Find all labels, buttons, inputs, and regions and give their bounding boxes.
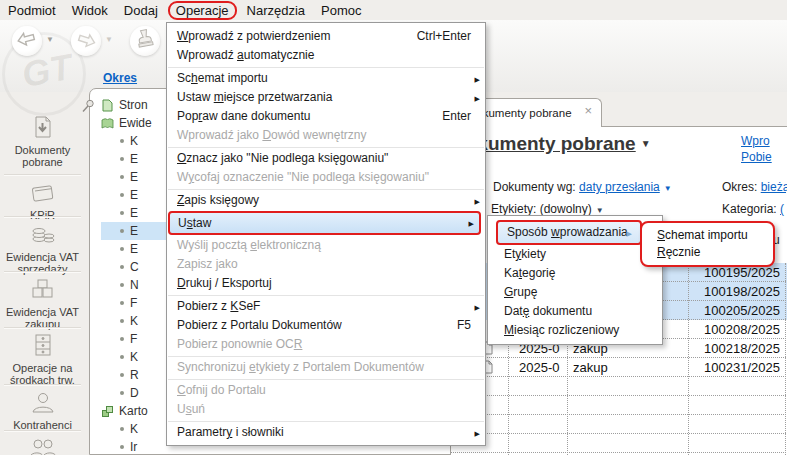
table-row[interactable]: 2025-0zakup100231/2025 bbox=[451, 358, 787, 377]
menu-item-ustaw-miejsce-przetwarzania[interactable]: Ustaw miejsce przetwarzania▶ bbox=[167, 88, 485, 107]
table-row-empty bbox=[451, 377, 787, 396]
flyout-item-recznie[interactable]: Ręcznie bbox=[642, 244, 773, 261]
flyout-item-schemat-importu[interactable]: Schemat importu bbox=[642, 227, 773, 244]
bullet-icon bbox=[120, 265, 124, 269]
submenu-item-date-dokumentu[interactable]: Datę dokumentu bbox=[488, 302, 662, 321]
okres-link[interactable]: Okres bbox=[103, 71, 137, 85]
submenu-item-kategorie[interactable]: Kategorię bbox=[488, 264, 662, 283]
filter-period: Okres: bieżą bbox=[722, 180, 787, 194]
menu-item-parametry-i-slowniki[interactable]: Parametry i słowniki▶ bbox=[167, 423, 485, 442]
link-pobierz[interactable]: Pobie bbox=[741, 150, 772, 164]
bullet-icon bbox=[120, 139, 124, 143]
menu-item-pobierz-z-portalu[interactable]: Pobierz z Portalu DokumentówF5 bbox=[167, 316, 485, 335]
forward-button[interactable] bbox=[71, 26, 101, 56]
submenu-arrow-icon: ▶ bbox=[475, 89, 480, 108]
menu-item-drukuj-eksportuj[interactable]: Drukuj / Eksportuj bbox=[167, 274, 485, 293]
bullet-icon bbox=[120, 391, 124, 395]
menu-item-pobierz-z-ksef[interactable]: Pobierz z KSeF▶ bbox=[167, 297, 485, 316]
menu-item-cofnij-do-portalu: Cofnij do Portalu bbox=[167, 381, 485, 400]
link-wprowadz[interactable]: Wpro bbox=[741, 134, 770, 148]
submenu-item-miesiac-rozliczeniowy[interactable]: Miesiąc rozliczeniowy bbox=[488, 321, 662, 340]
gt-watermark: GT bbox=[19, 46, 76, 96]
menu-item-oznacz-jako[interactable]: Oznacz jako "Nie podlega księgowaniu" bbox=[167, 149, 485, 168]
sidebar-separator bbox=[4, 327, 81, 328]
people-icon bbox=[0, 433, 85, 455]
annotation-box: Sposób wprowadzania▶ bbox=[496, 220, 642, 245]
sidebar-separator bbox=[4, 430, 81, 431]
table-row-empty bbox=[451, 434, 787, 453]
sidebar-separator bbox=[4, 174, 81, 175]
submenu-arrow-icon: ▶ bbox=[475, 70, 480, 89]
bullet-icon bbox=[120, 337, 124, 341]
menu-item-zapis-ksiegowy[interactable]: Zapis księgowy▶ bbox=[167, 191, 485, 210]
person-icon bbox=[0, 387, 85, 417]
sidebar-item-ewidencja-vat-zakupu[interactable]: Ewidencja VAT zakupu bbox=[0, 274, 85, 330]
sidebar-item-partial[interactable] bbox=[0, 433, 85, 455]
back-dropdown-caret-icon[interactable]: ▼ bbox=[46, 35, 54, 44]
column-divider bbox=[785, 263, 786, 455]
menu-item-popraw-dane-dokumentu[interactable]: Popraw dane dokumentuEnter bbox=[167, 107, 485, 126]
sidebar-item-operacje-na-srodkach[interactable]: Operacje na środkach trw. bbox=[0, 330, 85, 386]
menu-item-wprowadz-jako-dowod: Wprowadź jako Dowód wewnętrzny bbox=[167, 126, 485, 145]
menu-separator bbox=[168, 421, 484, 422]
dropdown-icon: ▼ bbox=[664, 184, 672, 193]
bullet-icon bbox=[120, 229, 124, 233]
menu-separator bbox=[168, 379, 484, 380]
column-divider bbox=[688, 263, 689, 455]
operacje-menu: Wprowadź z potwierdzeniemCtrl+Enter Wpro… bbox=[166, 22, 486, 446]
forward-dropdown-caret-icon: ▼ bbox=[105, 35, 113, 44]
menubar-item-dodaj[interactable]: Dodaj bbox=[116, 2, 166, 19]
filter-labels-value[interactable]: (dowolny) bbox=[540, 202, 592, 216]
submenu-item-grupe[interactable]: Grupę bbox=[488, 283, 662, 302]
bullet-icon bbox=[120, 193, 124, 197]
submenu-arrow-icon: ▶ bbox=[469, 214, 474, 234]
menu-item-wprowadz-automatycznie[interactable]: Wprowadź automatycznie bbox=[167, 46, 485, 65]
filter-labels: Etykiety: (dowolny)▼ bbox=[491, 202, 604, 216]
submenu-item-etykiety[interactable]: Etykiety bbox=[488, 245, 662, 264]
menu-item-ustaw[interactable]: Ustaw▶ bbox=[168, 211, 481, 235]
menu-item-synchronizuj-etykiety: Synchronizuj etykiety z Portalem Dokumen… bbox=[167, 358, 485, 377]
menu-separator bbox=[168, 295, 484, 296]
bullet-icon bbox=[120, 211, 124, 215]
filter-documents-by: Dokumenty wg: daty przesłania▼ bbox=[493, 180, 672, 194]
bullet-icon bbox=[120, 247, 124, 251]
boxes-icon bbox=[0, 274, 85, 304]
menu-item-wprowadz-z-potwierdzeniem[interactable]: Wprowadź z potwierdzeniemCtrl+Enter bbox=[167, 27, 485, 46]
back-arrow-icon bbox=[16, 30, 38, 52]
cabinet-icon bbox=[0, 330, 85, 360]
menu-item-zapisz-jako: Zapisz jako bbox=[167, 255, 485, 274]
submenu-arrow-icon: ▶ bbox=[627, 223, 632, 244]
menu-item-schemat-importu[interactable]: Schemat importu▶ bbox=[167, 69, 485, 88]
sidebar-item-kpir[interactable]: KPiR bbox=[0, 177, 85, 221]
submenu-arrow-icon: ▶ bbox=[475, 298, 480, 317]
tab-close-icon[interactable]: × bbox=[584, 103, 592, 118]
menubar-item-podmiot[interactable]: Podmiot bbox=[0, 2, 64, 19]
menubar-item-pomoc[interactable]: Pomoc bbox=[313, 2, 369, 19]
filter-documents-by-link[interactable]: daty przesłania bbox=[579, 180, 660, 194]
sidebar-item-ewidencja-vat-sprzedazy[interactable]: Ewidencja VAT sprzedaży bbox=[0, 219, 85, 275]
menu-separator bbox=[168, 189, 484, 190]
bullet-icon bbox=[120, 373, 124, 377]
send-button[interactable] bbox=[130, 26, 160, 56]
boxes-icon bbox=[101, 405, 115, 418]
filter-category-link[interactable]: ( bbox=[780, 202, 784, 216]
menubar-item-widok[interactable]: Widok bbox=[64, 2, 116, 19]
coins-icon bbox=[0, 219, 85, 249]
bullet-icon bbox=[120, 427, 124, 431]
sidebar: Dokumenty pobrane KPiR Ewidencja VAT spr… bbox=[0, 92, 85, 455]
bullet-icon bbox=[120, 283, 124, 287]
sidebar-item-kontrahenci[interactable]: Kontrahenci bbox=[0, 387, 85, 431]
submenu-arrow-icon: ▶ bbox=[475, 192, 480, 211]
pin-icon[interactable] bbox=[80, 98, 96, 118]
menu-separator bbox=[168, 67, 484, 68]
menubar-item-narzedzia[interactable]: Narzędzia bbox=[239, 2, 314, 19]
menubar-item-operacje[interactable]: Operacje bbox=[168, 1, 237, 20]
submenu-item-sposob-wprowadzania[interactable]: Sposób wprowadzania▶ bbox=[488, 220, 662, 245]
bullet-icon bbox=[120, 319, 124, 323]
menu-separator bbox=[168, 147, 484, 148]
filter-period-link[interactable]: bieżą bbox=[761, 180, 787, 194]
title-caret-icon: ▼ bbox=[641, 138, 651, 149]
page-icon bbox=[101, 99, 115, 112]
dropdown-icon: ▼ bbox=[596, 206, 604, 215]
sidebar-item-dokumenty-pobrane[interactable]: Dokumenty pobrane bbox=[0, 112, 85, 168]
